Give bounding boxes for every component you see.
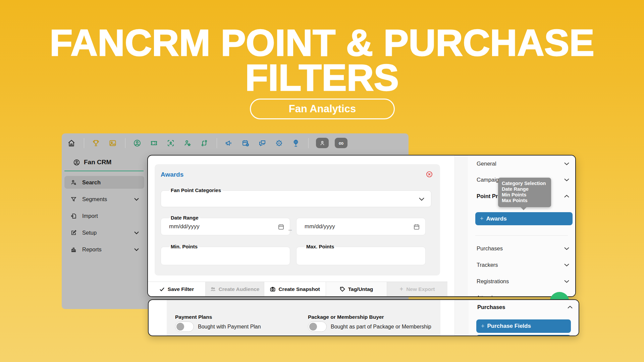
plus-icon: + [481, 323, 485, 330]
check-icon [159, 287, 165, 292]
sidebar-item-import[interactable]: Import [64, 209, 144, 222]
create-audience-button[interactable]: Create Audience [206, 282, 264, 296]
chat-icon[interactable] [258, 139, 267, 147]
new-export-button[interactable]: + New Export [387, 282, 447, 296]
tag-untag-button[interactable]: Tag/Untag [326, 282, 387, 296]
package-buyer-toggle[interactable] [308, 321, 327, 332]
clipped-button[interactable] [476, 335, 571, 336]
package-buyer-label: Package or Membership Buyer [308, 314, 384, 320]
nav-item-label: Registrations [477, 278, 509, 285]
point-programs-tooltip: Category Selection Date Range Min Points… [498, 178, 551, 207]
scan-icon[interactable] [166, 139, 175, 147]
ticket-icon[interactable] [150, 139, 158, 147]
save-filter-label: Save Filter [168, 286, 194, 292]
sidebar-item-setup[interactable]: Setup [64, 226, 144, 239]
profile-icon[interactable] [133, 139, 142, 147]
add-purchase-fields-label: Purchase Fields [487, 323, 531, 329]
nav-item-label: Attendance [477, 295, 504, 297]
max-points-field: Max. Points [296, 247, 426, 265]
tooltip-pointer [520, 207, 527, 210]
photo-gallery-icon[interactable] [108, 139, 117, 147]
audience-icon [210, 287, 216, 292]
date-range-start-field: Date Range [161, 218, 290, 235]
sidebar-item-reports[interactable]: Reports [64, 243, 144, 256]
chevron-down-icon [564, 263, 569, 266]
plus-icon: + [400, 286, 404, 293]
max-points-input[interactable] [297, 247, 425, 265]
min-points-input[interactable] [161, 247, 290, 265]
nav-item-purchases[interactable]: Purchases [468, 240, 575, 256]
nav-item-purchases-expanded[interactable]: Purchases [469, 300, 579, 314]
date-range-start-input[interactable] [161, 218, 290, 235]
sidebar-item-label: Segments [82, 196, 107, 202]
create-snapshot-button[interactable]: Create Snapshot [264, 282, 326, 296]
new-export-label: New Export [406, 286, 435, 292]
filter-category-nav: General Campaigns Point Programs + Award… [468, 156, 575, 296]
calendar-icon[interactable] [278, 224, 284, 230]
toolbar-divider [84, 138, 84, 148]
tooltip-line: Category Selection [502, 181, 551, 186]
toolbar-divider [217, 138, 217, 148]
sidebar-item-label: Import [82, 213, 98, 219]
home-icon[interactable] [67, 139, 76, 147]
save-filter-button[interactable]: Save Filter [148, 282, 206, 296]
hero-title-line1: FANCRM POINT & PURCHASE [0, 25, 644, 60]
fan-crm-sidebar: Fan CRM Search Segments Import Setup [62, 153, 148, 260]
remove-filter-icon[interactable] [426, 171, 433, 178]
edit-icon [70, 230, 77, 236]
nav-item-label: Purchases [477, 245, 503, 252]
import-icon [70, 213, 77, 219]
package-buyer-toggle-row: Bought as part of Package or Membership [308, 321, 431, 332]
chevron-down-icon [564, 247, 569, 250]
sidebar-item-label: Search [82, 179, 101, 186]
nav-item-label: General [477, 161, 496, 167]
sidebar-header: Fan CRM [64, 153, 144, 171]
sidebar-title: Fan CRM [84, 159, 111, 166]
fan-crm-logo-icon [73, 159, 80, 166]
infinity-icon[interactable]: ∞ [335, 138, 347, 148]
event-calendar-icon[interactable] [241, 139, 250, 147]
trophy-icon[interactable] [92, 139, 100, 147]
chevron-down-icon [564, 280, 569, 283]
payment-plan-toggle[interactable] [175, 321, 194, 332]
add-awards-label: Awards [486, 216, 507, 222]
add-purchase-fields-button[interactable]: + Purchase Fields [476, 319, 571, 333]
calendar-icon[interactable] [413, 224, 420, 230]
page-canvas: FANCRM POINT & PURCHASE FILTERS Fan Anal… [0, 0, 644, 362]
nav-item-general[interactable]: General [468, 156, 575, 172]
add-awards-button[interactable]: + Awards [475, 212, 573, 225]
filter-action-bar: Save Filter Create Audience Create Snaps… [148, 282, 447, 296]
fan-analytics-badge: Fan Analytics [250, 99, 395, 119]
tooltip-line: Min Points [502, 192, 551, 198]
date-range-end-input[interactable] [297, 218, 425, 235]
fan-analytics-badge-label: Fan Analytics [289, 103, 356, 115]
toolbar-divider [308, 138, 309, 148]
chevron-down-icon [564, 178, 569, 181]
megaphone-icon[interactable] [224, 139, 233, 147]
package-buyer-toggle-label: Bought as part of Package or Membership [331, 324, 431, 330]
purchases-nav-section: Purchases + Purchase Fields [469, 300, 579, 336]
app-toolbar: ∞ [62, 133, 409, 153]
purchase-filter-card: Payment Plans Bought with Payment Plan P… [167, 300, 440, 336]
nav-item-registrations[interactable]: Registrations [468, 273, 575, 289]
workflow-icon[interactable] [200, 139, 209, 147]
sidebar-item-segments[interactable]: Segments [64, 193, 144, 205]
account-icon[interactable] [316, 138, 329, 148]
purchase-filters-panel: Payment Plans Bought with Payment Plan P… [148, 299, 579, 336]
sidebar-item-search[interactable]: Search [64, 176, 144, 189]
tooltip-line: Date Range [502, 186, 551, 192]
tooltip-line: Max Points [502, 198, 551, 203]
fan-point-categories-select[interactable]: Fan Point Categories [161, 190, 431, 207]
chevron-down-icon [134, 248, 139, 251]
date-range-separator: – [286, 226, 294, 233]
chevron-down-icon [134, 231, 139, 234]
fan-star-icon[interactable] [183, 139, 192, 147]
create-snapshot-label: Create Snapshot [278, 286, 320, 292]
date-range-end-field [296, 218, 426, 235]
nav-item-trackers[interactable]: Trackers [468, 257, 575, 273]
globe-kiosk-icon[interactable] [291, 139, 300, 147]
filter-builder-panel: Awards Fan Point Categories Date Range – [147, 155, 576, 297]
chevron-down-icon [134, 198, 139, 201]
automation-gear-icon[interactable] [275, 139, 283, 147]
chevron-up-icon [568, 306, 573, 309]
